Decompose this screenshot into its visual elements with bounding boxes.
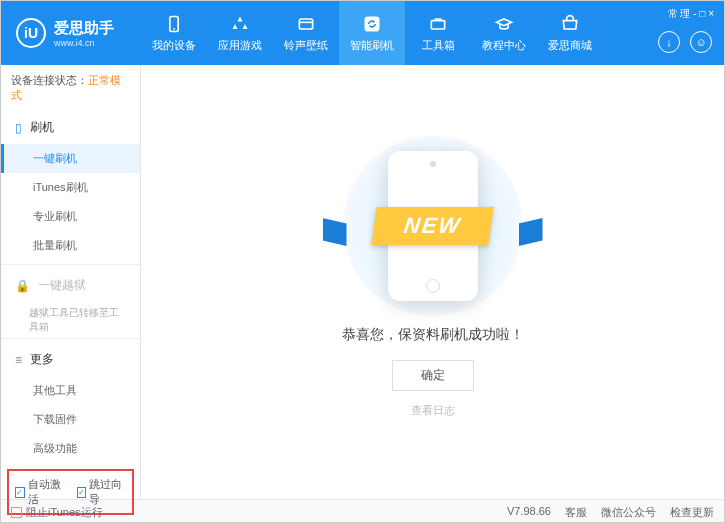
view-log-link[interactable]: 查看日志 <box>411 403 455 418</box>
nav-smart-flash[interactable]: 智能刷机 <box>339 1 405 65</box>
nav-my-device[interactable]: 我的设备 <box>141 1 207 65</box>
success-illustration: NEW <box>333 146 533 306</box>
sidebar-menu: ▯ 刷机 一键刷机 iTunes刷机 专业刷机 批量刷机 🔒 一键越狱 越狱工具… <box>1 111 140 463</box>
phone-icon <box>164 14 184 34</box>
svg-rect-5 <box>431 20 444 28</box>
connection-status: 设备连接状态：正常模式 <box>1 65 140 111</box>
footer-right: V7.98.66 客服 微信公众号 检查更新 <box>507 505 714 520</box>
window-controls[interactable]: 常 理 - □ × <box>668 7 714 21</box>
menu-advanced[interactable]: 高级功能 <box>1 434 140 463</box>
jailbreak-notice: 越狱工具已转移至工具箱 <box>29 306 128 334</box>
menu-download-fw[interactable]: 下载固件 <box>1 405 140 434</box>
nav-apps-games[interactable]: 应用游戏 <box>207 1 273 65</box>
menu-other-tools[interactable]: 其他工具 <box>1 376 140 405</box>
user-icon[interactable]: ☺ <box>690 31 712 53</box>
menu-itunes-flash[interactable]: iTunes刷机 <box>1 173 140 202</box>
brand-url: www.i4.cn <box>54 38 114 48</box>
divider <box>1 338 140 339</box>
logo-text: 爱思助手 www.i4.cn <box>54 19 114 48</box>
phone-small-icon: ▯ <box>15 121 22 135</box>
menu-group-more[interactable]: ≡ 更多 <box>1 343 140 376</box>
success-message: 恭喜您，保资料刷机成功啦！ <box>342 326 524 344</box>
apps-icon <box>230 14 250 34</box>
checkbox-checked-icon: ✓ <box>77 487 87 498</box>
nav-ringtones[interactable]: 铃声壁纸 <box>273 1 339 65</box>
footer-check-update[interactable]: 检查更新 <box>670 505 714 520</box>
menu-oneclick-flash[interactable]: 一键刷机 <box>1 144 140 173</box>
version-label: V7.98.66 <box>507 505 551 520</box>
refresh-icon <box>362 14 382 34</box>
svg-rect-4 <box>365 17 378 30</box>
list-icon: ≡ <box>15 353 22 367</box>
svg-rect-2 <box>299 19 312 29</box>
chk-auto-activate[interactable]: ✓ 自动激活 <box>15 477 65 507</box>
divider <box>1 264 140 265</box>
footer-support[interactable]: 客服 <box>565 505 587 520</box>
block-itunes-checkbox[interactable]: 阻止iTunes运行 <box>11 505 103 520</box>
toolbox-icon <box>428 14 448 34</box>
confirm-button[interactable]: 确定 <box>392 360 474 391</box>
download-icon[interactable]: ↓ <box>658 31 680 53</box>
store-icon <box>560 14 580 34</box>
main-nav: 我的设备 应用游戏 铃声壁纸 智能刷机 工具箱 教程中心 爱思商城 <box>141 1 724 65</box>
lock-icon: 🔒 <box>15 279 30 293</box>
nav-tutorials[interactable]: 教程中心 <box>471 1 537 65</box>
checkbox-unchecked-icon <box>11 507 22 518</box>
body-area: 设备连接状态：正常模式 ▯ 刷机 一键刷机 iTunes刷机 专业刷机 批量刷机… <box>1 65 724 499</box>
menu-group-jailbreak[interactable]: 🔒 一键越狱 <box>1 269 140 302</box>
brand-name: 爱思助手 <box>54 19 114 38</box>
app-header: iU 爱思助手 www.i4.cn 我的设备 应用游戏 铃声壁纸 智能刷机 工具… <box>1 1 724 65</box>
checkbox-checked-icon: ✓ <box>15 487 25 498</box>
menu-batch-flash[interactable]: 批量刷机 <box>1 231 140 260</box>
main-content: NEW 恭喜您，保资料刷机成功啦！ 确定 查看日志 <box>141 65 724 499</box>
hat-icon <box>494 14 514 34</box>
logo-area: iU 爱思助手 www.i4.cn <box>1 18 141 48</box>
chk-skip-guide[interactable]: ✓ 跳过向导 <box>77 477 127 507</box>
nav-toolbox[interactable]: 工具箱 <box>405 1 471 65</box>
footer-wechat[interactable]: 微信公众号 <box>601 505 656 520</box>
logo-icon: iU <box>16 18 46 48</box>
menu-pro-flash[interactable]: 专业刷机 <box>1 202 140 231</box>
new-ribbon: NEW <box>371 207 494 245</box>
menu-group-flash[interactable]: ▯ 刷机 <box>1 111 140 144</box>
header-action-icons: ↓ ☺ <box>658 31 712 53</box>
folder-icon <box>296 14 316 34</box>
sidebar: 设备连接状态：正常模式 ▯ 刷机 一键刷机 iTunes刷机 专业刷机 批量刷机… <box>1 65 141 499</box>
nav-store[interactable]: 爱思商城 <box>537 1 603 65</box>
